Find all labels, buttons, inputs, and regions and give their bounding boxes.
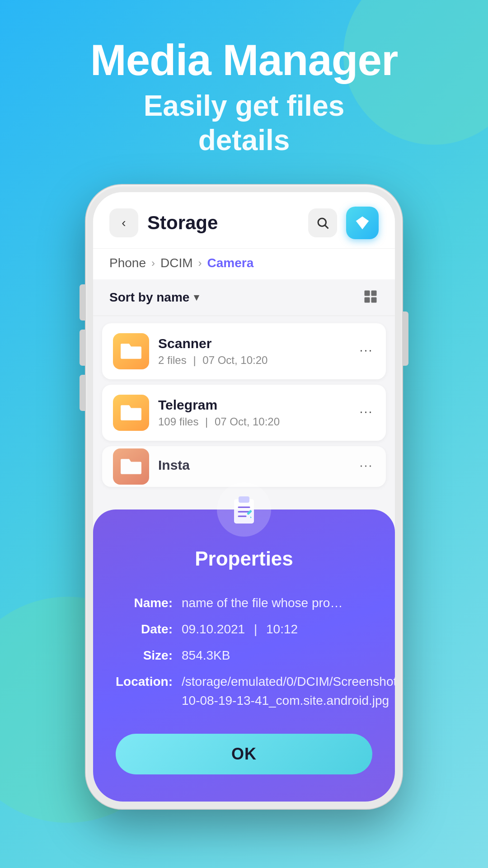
main-title: Media Manager bbox=[0, 36, 488, 84]
breadcrumb-sep-2: › bbox=[198, 257, 202, 269]
svg-rect-5 bbox=[371, 297, 377, 303]
search-icon bbox=[316, 216, 329, 230]
prop-value-date: 09.10.2021 | 10:12 bbox=[182, 620, 395, 639]
file-name-telegram: Telegram bbox=[158, 397, 348, 413]
properties-table: Name: name of the file whose pro… Date: … bbox=[116, 586, 395, 717]
prop-label-date: Date: bbox=[116, 620, 182, 639]
file-info-scanner: Scanner 2 files | 07 Oct, 10:20 bbox=[158, 336, 348, 367]
prop-row-location: Location: /storage/emulated/0/DCIM/Scree… bbox=[116, 672, 395, 710]
folder-svg bbox=[120, 340, 142, 363]
file-info-telegram: Telegram 109 files | 07 Oct, 10:20 bbox=[158, 397, 348, 428]
prop-label-name: Name: bbox=[116, 594, 182, 613]
clipboard-icon bbox=[228, 494, 260, 525]
breadcrumb-sep-1: › bbox=[151, 257, 155, 269]
breadcrumb-phone[interactable]: Phone bbox=[109, 256, 146, 270]
back-button[interactable]: ‹ bbox=[109, 208, 138, 237]
file-item-telegram[interactable]: Telegram 109 files | 07 Oct, 10:20 ⋮ bbox=[102, 385, 386, 441]
grid-view-button[interactable] bbox=[362, 288, 379, 307]
svg-rect-2 bbox=[365, 291, 370, 296]
file-item-scanner[interactable]: Scanner 2 files | 07 Oct, 10:20 ⋮ bbox=[102, 323, 386, 379]
more-button-telegram[interactable]: ⋮ bbox=[357, 404, 375, 422]
prop-label-location: Location: bbox=[116, 672, 182, 710]
folder-svg bbox=[120, 401, 142, 424]
screen-title: Storage bbox=[147, 212, 299, 234]
diamond-icon bbox=[355, 215, 370, 231]
file-list: Scanner 2 files | 07 Oct, 10:20 ⋮ bbox=[93, 316, 395, 494]
chevron-down-icon: ▾ bbox=[194, 292, 199, 303]
more-button-scanner[interactable]: ⋮ bbox=[357, 342, 375, 360]
folder-icon-instagram bbox=[113, 448, 149, 485]
folder-svg bbox=[120, 455, 142, 478]
prop-value-size: 854.3KB bbox=[182, 646, 395, 665]
prop-row-name: Name: name of the file whose pro… bbox=[116, 594, 395, 613]
file-meta-telegram: 109 files | 07 Oct, 10:20 bbox=[158, 415, 348, 428]
breadcrumb-camera[interactable]: Camera bbox=[207, 256, 254, 270]
header-section: Media Manager Easily get files details bbox=[0, 0, 488, 176]
file-name-scanner: Scanner bbox=[158, 336, 348, 351]
file-name-instagram: Insta bbox=[158, 458, 348, 473]
svg-point-0 bbox=[318, 218, 326, 226]
prop-row-size: Size: 854.3KB bbox=[116, 646, 395, 665]
folder-icon-scanner bbox=[113, 333, 149, 369]
premium-button[interactable] bbox=[346, 207, 379, 239]
breadcrumb-dcim[interactable]: DCIM bbox=[160, 256, 193, 270]
file-info-instagram: Insta bbox=[158, 458, 348, 476]
sort-label: Sort by name bbox=[109, 290, 189, 305]
svg-rect-7 bbox=[239, 496, 249, 503]
sort-button[interactable]: Sort by name ▾ bbox=[109, 290, 199, 305]
app-header: ‹ Storage bbox=[93, 192, 395, 248]
file-meta-scanner: 2 files | 07 Oct, 10:20 bbox=[158, 354, 348, 367]
properties-title: Properties bbox=[116, 547, 372, 570]
prop-label-size: Size: bbox=[116, 646, 182, 665]
svg-line-1 bbox=[325, 226, 328, 229]
phone-outer: ‹ Storage Phone bbox=[86, 185, 402, 809]
phone-screen: ‹ Storage Phone bbox=[93, 192, 395, 802]
prop-value-location: /storage/emulated/0/DCIM/Screenshot_2021… bbox=[182, 672, 395, 710]
phone-wrapper: ‹ Storage Phone bbox=[0, 185, 488, 809]
more-button-instagram[interactable]: ⋮ bbox=[357, 458, 375, 476]
svg-rect-3 bbox=[371, 291, 377, 296]
search-button[interactable] bbox=[308, 208, 337, 237]
grid-icon bbox=[362, 288, 379, 305]
file-item-instagram[interactable]: Insta ⋮ bbox=[102, 446, 386, 487]
ok-button[interactable]: OK bbox=[116, 734, 372, 774]
breadcrumb: Phone › DCIM › Camera bbox=[93, 248, 395, 279]
prop-value-name: name of the file whose pro… bbox=[182, 594, 395, 613]
sort-bar: Sort by name ▾ bbox=[93, 279, 395, 316]
folder-icon-telegram bbox=[113, 395, 149, 431]
properties-overlay: Properties Name: name of the file whose … bbox=[93, 509, 395, 802]
svg-rect-4 bbox=[365, 297, 370, 303]
clipboard-circle bbox=[217, 482, 271, 537]
sub-title: Easily get files details bbox=[0, 89, 488, 158]
prop-row-date: Date: 09.10.2021 | 10:12 bbox=[116, 620, 395, 639]
